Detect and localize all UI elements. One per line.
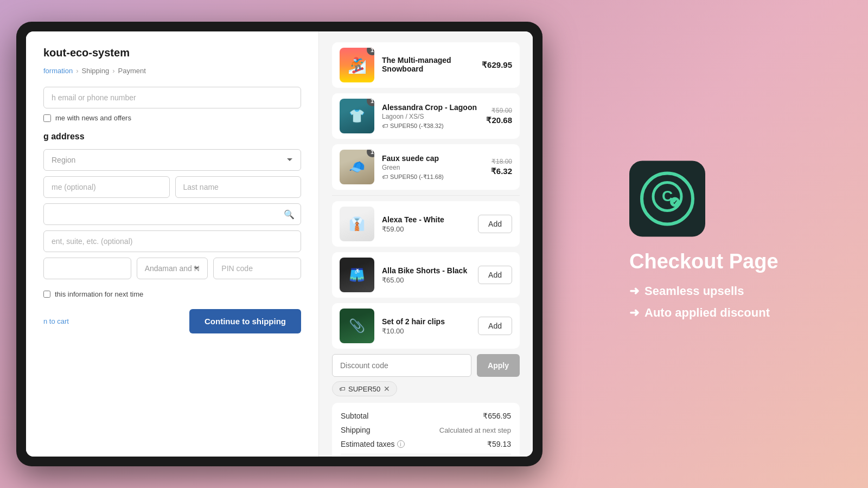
city-state-row: Andaman and Nico... <box>43 258 301 285</box>
continue-shipping-button[interactable]: Continue to shipping <box>189 309 301 333</box>
upsell-details-shorts: Alla Bike Shorts - Black ₹65.00 <box>382 266 470 284</box>
feature-row-1: ➜ Seamless upsells <box>629 284 835 298</box>
bottom-actions: n to cart Continue to shipping <box>43 309 301 333</box>
crop-current-price: ₹20.68 <box>486 115 512 125</box>
feature-text-2: Auto applied discount <box>644 306 770 320</box>
upsell-name-tee: Alexa Tee - White <box>382 215 470 224</box>
save-info-label: this information for next time <box>55 290 143 298</box>
item-name-crop: Alessandra Crop - Lagoon <box>382 103 478 112</box>
first-name-input[interactable] <box>43 176 170 198</box>
newsletter-label: me with news and offers <box>55 114 131 122</box>
feature-text-1: Seamless upsells <box>644 284 744 298</box>
cart-item-crop: 👕 1 Alessandra Crop - Lagoon Lagoon / XS… <box>332 93 520 139</box>
add-tee-button[interactable]: Add <box>478 215 512 233</box>
coupon-code-label: SUPER50 <box>348 385 380 393</box>
breadcrumb-sep1: › <box>76 67 78 75</box>
coupon-remove-button[interactable]: ✕ <box>384 384 390 393</box>
newsletter-checkbox[interactable] <box>43 114 51 122</box>
item-variant-crop: Lagoon / XS/S <box>382 113 478 120</box>
right-panel: 🏂 1 The Multi-managed Snowboard ₹629.95 … <box>319 31 533 457</box>
divider-1 <box>332 195 520 196</box>
region-select[interactable]: Region <box>43 149 301 171</box>
add-shorts-button[interactable]: Add <box>478 266 512 284</box>
taxes-label: Estimated taxes <box>341 440 395 448</box>
total-row: Total INR ₹716.08 <box>341 454 511 457</box>
discount-tag-icon-crop: 🏷 <box>382 123 388 129</box>
tee-thumbnail: 👔 <box>340 207 374 241</box>
state-select[interactable]: Andaman and Nico... <box>137 258 208 279</box>
item-price-cap: ₹18.00 ₹6.32 <box>491 158 512 176</box>
apartment-input[interactable] <box>43 230 301 252</box>
snowboard-price: ₹629.95 <box>482 60 512 70</box>
arrow-icon-1: ➜ <box>629 284 639 298</box>
logo-letter: C ✓ <box>651 180 684 217</box>
last-name-input[interactable] <box>175 176 302 198</box>
add-clips-button[interactable]: Add <box>478 317 512 335</box>
pin-input[interactable] <box>213 258 301 279</box>
app-logo: C ✓ <box>629 161 705 237</box>
newsletter-row: me with news and offers <box>43 114 301 122</box>
upsell-item-shorts: 🩳 Alla Bike Shorts - Black ₹65.00 Add <box>332 252 520 298</box>
item-name-cap: Faux suede cap <box>382 154 483 163</box>
subtotal-row: Subtotal ₹656.95 <box>341 412 511 420</box>
contact-input[interactable] <box>43 87 301 108</box>
applied-coupon-row: 🏷 SUPER50 ✕ <box>332 381 520 396</box>
shipping-label: Shipping <box>341 426 371 434</box>
city-input[interactable] <box>43 258 131 279</box>
tablet-frame: kout-eco-system formation › Shipping › P… <box>16 22 542 466</box>
cart-item-snowboard: 🏂 1 The Multi-managed Snowboard ₹629.95 <box>332 42 520 88</box>
breadcrumb-formation[interactable]: formation <box>43 67 73 75</box>
upsell-details-tee: Alexa Tee - White ₹59.00 <box>382 215 470 233</box>
upsell-price-clips: ₹10.00 <box>382 327 470 335</box>
breadcrumb-sep2: › <box>112 67 114 75</box>
logo-circle: C ✓ <box>640 172 694 226</box>
address-title: g address <box>43 132 301 142</box>
tablet-screen: kout-eco-system formation › Shipping › P… <box>26 31 533 457</box>
item-variant-cap: Green <box>382 164 483 171</box>
cart-item-cap: 🧢 1 Faux suede cap Green 🏷 SUPER50 (-₹11… <box>332 144 520 190</box>
subtotal-label: Subtotal <box>341 412 368 420</box>
upsell-name-shorts: Alla Bike Shorts - Black <box>382 266 470 275</box>
back-to-cart-link[interactable]: n to cart <box>43 317 69 325</box>
subtotal-value: ₹656.95 <box>483 412 511 420</box>
upsell-img-clips: 📎 <box>340 309 374 343</box>
upsell-img-tee: 👔 <box>340 207 374 241</box>
store-title: kout-eco-system <box>43 47 301 59</box>
item-price-snowboard: ₹629.95 <box>482 60 512 70</box>
taxes-label-group: Estimated taxes i <box>341 440 405 448</box>
item-discount-crop: 🏷 SUPER50 (-₹38.32) <box>382 123 478 130</box>
order-summary: Subtotal ₹656.95 Shipping Calculated at … <box>332 403 520 457</box>
item-details-snowboard: The Multi-managed Snowboard <box>382 56 474 74</box>
breadcrumb-payment[interactable]: Payment <box>118 67 146 75</box>
shorts-thumbnail: 🩳 <box>340 258 374 292</box>
name-row <box>43 176 301 198</box>
checkout-page-title: Checkout Page <box>629 250 835 273</box>
breadcrumb-shipping[interactable]: Shipping <box>82 67 110 75</box>
address-search-icon: 🔍 <box>284 209 295 220</box>
promo-section: C ✓ Checkout Page ➜ Seamless upsells ➜ A… <box>629 161 835 328</box>
svg-text:✓: ✓ <box>673 198 678 205</box>
breadcrumb: formation › Shipping › Payment <box>43 67 301 75</box>
coupon-tag: 🏷 SUPER50 ✕ <box>332 381 397 396</box>
taxes-row: Estimated taxes i ₹59.13 <box>341 440 511 448</box>
item-discount-cap: 🏷 SUPER50 (-₹11.68) <box>382 174 483 181</box>
address-input[interactable] <box>43 203 301 225</box>
arrow-icon-2: ➜ <box>629 306 639 320</box>
apply-discount-button[interactable]: Apply <box>477 354 520 377</box>
crop-original-price: ₹59.00 <box>486 107 512 114</box>
feature-row-2: ➜ Auto applied discount <box>629 306 835 320</box>
discount-row: Apply <box>332 354 520 377</box>
item-img-cap: 🧢 1 <box>340 150 374 184</box>
discount-section: Apply 🏷 SUPER50 ✕ <box>332 354 520 396</box>
shipping-row: Shipping Calculated at next step <box>341 426 511 434</box>
item-img-crop: 👕 1 <box>340 99 374 133</box>
cap-original-price: ₹18.00 <box>491 158 512 165</box>
upsell-name-clips: Set of 2 hair clips <box>382 317 470 326</box>
discount-code-input[interactable] <box>332 354 471 377</box>
save-info-checkbox[interactable] <box>43 291 50 298</box>
upsell-item-clips: 📎 Set of 2 hair clips ₹10.00 Add <box>332 303 520 349</box>
shipping-value: Calculated at next step <box>439 426 511 434</box>
upsell-price-tee: ₹59.00 <box>382 225 470 233</box>
address-wrapper: 🔍 <box>43 203 301 225</box>
upsell-price-shorts: ₹65.00 <box>382 276 470 284</box>
